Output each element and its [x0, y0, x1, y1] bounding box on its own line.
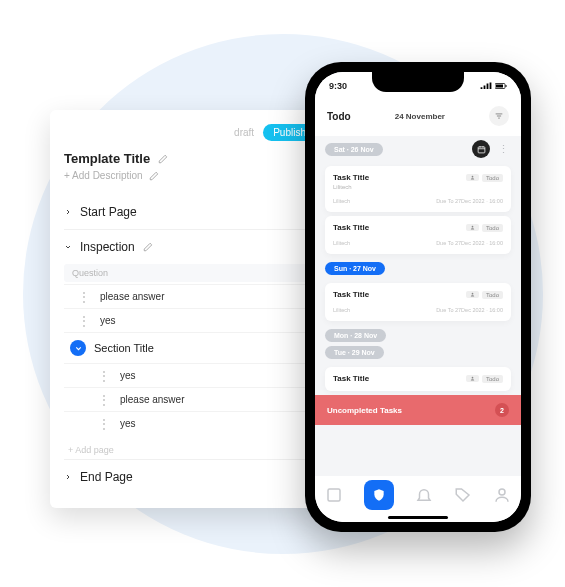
drag-handle-icon[interactable]: ⋮ — [98, 396, 110, 404]
banner-count: 2 — [495, 403, 509, 417]
nav-shield-icon[interactable] — [364, 480, 394, 510]
task-date-line: Lilitech Due To 27Dec 2022 · 16:00 — [333, 198, 503, 204]
start-page-label: Start Page — [80, 205, 137, 219]
add-description-row[interactable]: + Add Description — [64, 170, 316, 181]
question-row[interactable]: ⋮ yes — [64, 308, 316, 332]
task-badges: Todo — [466, 375, 503, 383]
todo-header: Todo 24 November — [315, 100, 521, 136]
task-card[interactable]: Task Title Todo Lilitech Lilitech Due To… — [325, 166, 511, 212]
task-sub2: Lilitech — [333, 240, 350, 246]
drag-handle-icon[interactable]: ⋮ — [98, 372, 110, 380]
nav-tag-icon[interactable] — [454, 486, 472, 504]
task-badges: Todo — [466, 291, 503, 299]
svg-point-10 — [472, 176, 474, 178]
svg-point-12 — [472, 293, 474, 295]
task-sub: Lilitech — [333, 184, 503, 190]
chevron-right-icon — [64, 208, 72, 216]
date-actions: ⋮ — [472, 140, 511, 158]
chevron-right-icon — [64, 473, 72, 481]
phone-notch — [372, 72, 464, 92]
phone-screen: 9:30 Todo 24 November Sat · 2 — [315, 72, 521, 522]
task-due: Due To 27Dec 2022 · 16:00 — [436, 198, 503, 204]
filter-button[interactable] — [489, 106, 509, 126]
template-title-row: Template Title — [64, 151, 316, 166]
inspection-label: Inspection — [80, 240, 135, 254]
uncompleted-banner[interactable]: Uncompleted Tasks 2 — [315, 395, 521, 425]
nav-home-icon[interactable] — [325, 486, 343, 504]
question-header: Question — [64, 264, 316, 282]
task-card[interactable]: Task Title Todo — [325, 367, 511, 391]
row-label: yes — [100, 315, 116, 326]
task-due: Due To 27Dec 2022 · 16:00 — [436, 307, 503, 313]
row-label: please answer — [120, 394, 184, 405]
date-pill[interactable]: Mon · 28 Nov — [325, 329, 386, 342]
phone-mockup: 9:30 Todo 24 November Sat · 2 — [305, 62, 531, 532]
task-card-top: Task Title Todo — [333, 290, 503, 299]
question-row[interactable]: ⋮ yes — [64, 363, 316, 387]
status-time: 9:30 — [329, 81, 347, 91]
task-sub2: Lilitech — [333, 198, 350, 204]
svg-rect-1 — [496, 85, 503, 88]
user-icon — [466, 224, 479, 231]
todo-header-title: Todo — [327, 111, 351, 122]
task-title: Task Title — [333, 223, 369, 232]
todo-header-date: 24 November — [395, 112, 445, 121]
pencil-icon[interactable] — [158, 154, 168, 164]
user-icon — [466, 375, 479, 382]
date-row: Sat · 26 Nov ⋮ — [315, 136, 521, 162]
task-title: Task Title — [333, 173, 369, 182]
date-pill[interactable]: Tue · 29 Nov — [325, 346, 384, 359]
end-page-label: End Page — [80, 470, 133, 484]
section-inspection[interactable]: Inspection — [64, 229, 316, 264]
question-row[interactable]: ⋮ please answer — [64, 387, 316, 411]
task-title: Task Title — [333, 290, 369, 299]
status-badge: Todo — [482, 224, 503, 232]
question-row[interactable]: ⋮ yes — [64, 411, 316, 435]
svg-rect-6 — [478, 146, 485, 152]
section-end-page[interactable]: End Page — [64, 459, 316, 494]
user-icon — [466, 291, 479, 298]
status-badge: Todo — [482, 375, 503, 383]
home-indicator — [388, 516, 448, 519]
tab-draft[interactable]: draft — [234, 127, 254, 138]
task-sub2: Lilitech — [333, 307, 350, 313]
section-title-row[interactable]: Section Title — [64, 332, 316, 363]
question-row[interactable]: ⋮ please answer — [64, 284, 316, 308]
task-card[interactable]: Task Title Todo Lilitech Due To 27Dec 20… — [325, 283, 511, 321]
calendar-button[interactable] — [472, 140, 490, 158]
banner-label: Uncompleted Tasks — [327, 406, 402, 415]
svg-point-15 — [499, 489, 505, 495]
bottom-nav — [315, 476, 521, 522]
row-label: yes — [120, 418, 136, 429]
task-card-top: Task Title Todo — [333, 173, 503, 182]
section-start-page[interactable]: Start Page — [64, 195, 316, 229]
drag-handle-icon[interactable]: ⋮ — [78, 293, 90, 301]
row-label: yes — [120, 370, 136, 381]
task-card[interactable]: Task Title Todo Lilitech Due To 27Dec 20… — [325, 216, 511, 254]
add-page-button[interactable]: + Add page — [64, 435, 316, 459]
task-title: Task Title — [333, 374, 369, 383]
nav-bell-icon[interactable] — [415, 486, 433, 504]
task-date-line: Lilitech Due To 27Dec 2022 · 16:00 — [333, 307, 503, 313]
user-icon — [466, 174, 479, 181]
status-badge: Todo — [482, 174, 503, 182]
expand-section-icon[interactable] — [70, 340, 86, 356]
pencil-icon — [143, 242, 153, 252]
date-pill[interactable]: Sat · 26 Nov — [325, 143, 383, 156]
drag-handle-icon[interactable]: ⋮ — [78, 317, 90, 325]
task-badges: Todo — [466, 174, 503, 182]
svg-rect-2 — [506, 85, 507, 87]
svg-point-13 — [472, 377, 474, 379]
status-badge: Todo — [482, 291, 503, 299]
status-right — [480, 82, 507, 90]
template-editor-card: draft Publish Template Title + Add Descr… — [50, 110, 330, 508]
kebab-menu-icon[interactable]: ⋮ — [496, 147, 511, 152]
date-pill-active[interactable]: Sun · 27 Nov — [325, 262, 385, 275]
chevron-down-icon — [64, 243, 72, 251]
date-row: Mon · 28 Nov Tue · 29 Nov — [315, 325, 521, 363]
svg-rect-14 — [328, 489, 340, 501]
template-title[interactable]: Template Title — [64, 151, 150, 166]
signal-icon — [480, 82, 492, 90]
nav-profile-icon[interactable] — [493, 486, 511, 504]
drag-handle-icon[interactable]: ⋮ — [98, 420, 110, 428]
